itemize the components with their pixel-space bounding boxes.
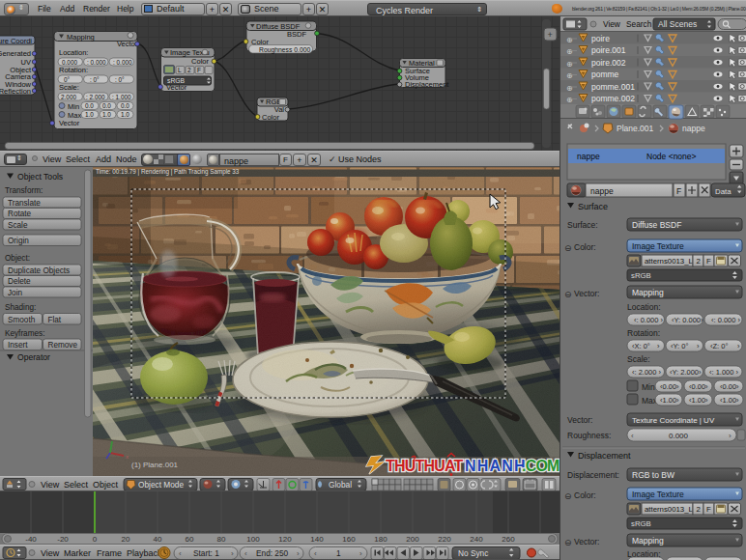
svg-text:Insert: Insert: [8, 341, 28, 350]
svg-text:‹Y: 0°: ‹Y: 0°: [671, 342, 688, 350]
svg-text:‹1.00›: ‹1.00›: [720, 396, 739, 405]
svg-text:Transform:: Transform:: [5, 186, 43, 195]
svg-text:‹1.00›: ‹1.00›: [660, 396, 679, 405]
svg-text:Rotate: Rotate: [8, 210, 32, 218]
svg-text:F: F: [676, 186, 681, 196]
svg-text:Delete: Delete: [8, 277, 31, 286]
svg-text:Location:: Location:: [59, 48, 88, 57]
svg-text:⊖: ⊖: [564, 243, 572, 253]
svg-text:200: 200: [406, 535, 419, 544]
svg-text:20: 20: [122, 535, 130, 544]
svg-text:1.0: 1.0: [102, 111, 111, 118]
svg-text:Vector:: Vector:: [574, 289, 599, 298]
svg-text:Flat: Flat: [48, 316, 62, 324]
svg-text:poire.001: poire.001: [591, 45, 626, 55]
svg-text:View: View: [41, 480, 60, 490]
svg-text:Texture Coordinate | UV: Texture Coordinate | UV: [632, 416, 715, 425]
svg-text:-20: -20: [57, 535, 69, 544]
svg-text:60: 60: [186, 535, 194, 544]
svg-text:1: 1: [336, 548, 341, 558]
svg-text:0°: 0°: [64, 76, 71, 83]
svg-text:Duplicate Objects: Duplicate Objects: [8, 266, 70, 275]
svg-text:Image Texture: Image Texture: [632, 490, 684, 499]
svg-text:Color: Color: [262, 113, 279, 122]
svg-text:Mapping: Mapping: [67, 33, 95, 42]
svg-text:Color: Color: [251, 38, 269, 46]
svg-text:0.0: 0.0: [121, 102, 129, 109]
svg-text:‹0.00›: ‹0.00›: [660, 382, 679, 391]
svg-text:Marker: Marker: [64, 548, 91, 558]
svg-text:Mapping: Mapping: [632, 288, 664, 297]
svg-text:‹0.00›: ‹0.00›: [720, 382, 739, 391]
svg-text:0.000: 0.000: [669, 432, 689, 440]
svg-text:‹Y: 2.000›: ‹Y: 2.000›: [670, 368, 702, 377]
svg-text:Vector: Vector: [59, 119, 80, 127]
svg-text:1.0: 1.0: [121, 111, 129, 118]
svg-text:140: 140: [310, 535, 324, 544]
svg-text:›: ›: [297, 549, 300, 558]
svg-text:Node <none>: Node <none>: [646, 152, 697, 161]
svg-text:0.0: 0.0: [85, 102, 94, 109]
svg-text:L: L: [178, 67, 182, 73]
svg-text:Global: Global: [329, 480, 352, 490]
svg-text:180: 180: [374, 535, 387, 544]
svg-text:160: 160: [342, 535, 356, 544]
svg-text:›: ›: [729, 432, 732, 440]
svg-text:2.000: 2.000: [61, 94, 76, 100]
svg-text:pomme: pomme: [591, 70, 619, 79]
svg-text:‹: 1.000 ›: ‹: 1.000 ›: [709, 368, 739, 377]
svg-text:pomme.002: pomme.002: [591, 94, 635, 103]
svg-text:‹Z: 0°: ‹Z: 0°: [710, 342, 728, 350]
svg-text:Scale:: Scale:: [59, 83, 79, 92]
svg-text:›: ›: [359, 549, 362, 558]
svg-text:Scale:: Scale:: [627, 354, 650, 364]
svg-text:Operator: Operator: [17, 352, 50, 362]
svg-text:Smooth: Smooth: [8, 316, 36, 324]
svg-text:80: 80: [217, 535, 226, 544]
svg-text:: 0.000: : 0.000: [87, 59, 106, 66]
svg-text:Displacement: Displacement: [578, 451, 631, 461]
svg-text:‹: 2.000 ›: ‹: 2.000 ›: [632, 368, 662, 377]
svg-text:nappe: nappe: [682, 124, 705, 133]
svg-text:All Scenes: All Scenes: [658, 19, 697, 29]
svg-text:‹: 0.000 ›: ‹: 0.000 ›: [711, 316, 741, 324]
svg-text:‹X: 0°: ‹X: 0°: [632, 342, 650, 350]
svg-text:Remove: Remove: [48, 341, 78, 350]
svg-text:-40: -40: [25, 535, 37, 544]
svg-text:Start: 1: Start: 1: [193, 548, 219, 558]
svg-text:›: ›: [231, 549, 234, 558]
svg-text:Location:: Location:: [627, 302, 661, 312]
svg-text:Data: Data: [715, 187, 732, 196]
svg-text:Select: Select: [64, 480, 89, 490]
svg-text:poire.002: poire.002: [591, 58, 626, 68]
svg-text:Keyframes:: Keyframes:: [5, 329, 44, 338]
svg-text:260: 260: [502, 535, 515, 544]
svg-text:⊖: ⊖: [564, 538, 572, 547]
svg-text:Rotation:: Rotation:: [627, 328, 660, 338]
svg-text:Mapping: Mapping: [632, 536, 664, 546]
svg-text:No Sync: No Sync: [458, 548, 488, 558]
svg-text:Object Tools: Object Tools: [17, 172, 63, 182]
svg-text:Rotation:: Rotation:: [59, 66, 88, 74]
svg-text:100: 100: [246, 535, 260, 544]
svg-text:‹: ‹: [244, 549, 247, 558]
svg-text:Search: Search: [626, 19, 652, 29]
svg-text:Shading:: Shading:: [5, 303, 36, 312]
svg-text:Object:: Object:: [5, 254, 30, 263]
svg-text:Reflection: Reflection: [0, 87, 31, 96]
svg-text:Vector:: Vector:: [574, 537, 599, 546]
svg-text:‹: ‹: [631, 432, 634, 440]
svg-text:Vector: Vector: [166, 83, 187, 92]
svg-text:Roughness:: Roughness:: [567, 431, 611, 440]
svg-text:: 2.000: : 2.000: [86, 94, 105, 100]
svg-text:⊖: ⊖: [564, 290, 572, 299]
svg-text:poire: poire: [591, 34, 610, 43]
svg-text:Join: Join: [8, 289, 22, 297]
svg-text:40: 40: [154, 535, 162, 544]
svg-text:Color:: Color:: [574, 242, 596, 252]
svg-text:Origin: Origin: [8, 237, 29, 245]
svg-text:Min: Min: [642, 382, 655, 392]
svg-text:RGB to BW: RGB to BW: [632, 470, 674, 480]
svg-text:1.0: 1.0: [85, 111, 94, 118]
svg-text:Scale: Scale: [8, 221, 28, 230]
